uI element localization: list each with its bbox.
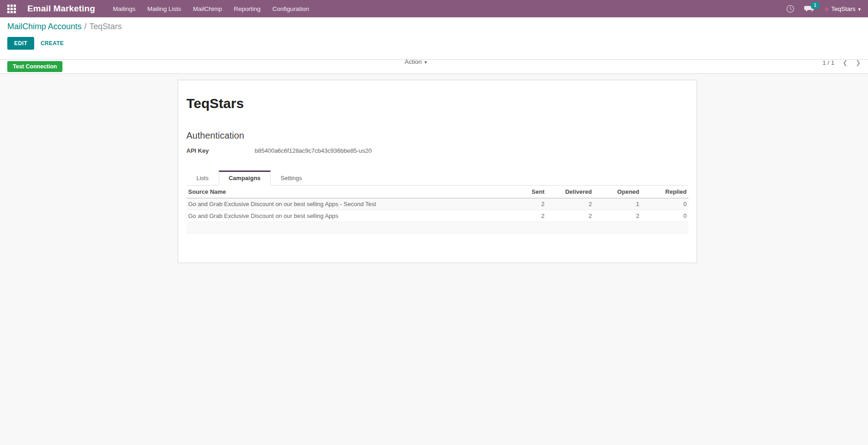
top-navbar: Email Marketing Mailings Mailing Lists M… [0,0,868,17]
cell-opened: 2 [594,210,641,222]
company-logo-icon [824,5,828,12]
campaigns-table: Source Name Sent Delivered Opened Replie… [186,186,688,233]
user-name: TeqStars [831,5,855,12]
pager-value: 1 / 1 [822,59,834,66]
cell-source: Go and Grab Exclusive Discount on our be… [186,210,499,222]
header-sent[interactable]: Sent [499,186,546,198]
header-opened[interactable]: Opened [594,186,641,198]
cell-delivered: 2 [546,210,594,222]
navbar-right: 1 TeqStars [786,5,861,13]
api-key-value: b85400a6c6f128ac9c7cb43c936bbe85-us20 [255,147,372,154]
api-key-field-row: API Key b85400a6c6f128ac9c7cb43c936bbe85… [186,147,688,154]
breadcrumb-mailchimp-accounts[interactable]: MailChimp Accounts [7,22,82,31]
apps-menu-icon[interactable] [4,1,19,16]
menu-item-mailchimp[interactable]: MailChimp [187,0,228,17]
breadcrumb: MailChimp Accounts/TeqStars [7,22,861,31]
content-area: TeqStars Authentication API Key b85400a6… [0,74,868,445]
notebook-tabs: Lists Campaigns Settings [186,171,688,186]
pager: 1 / 1 [822,59,861,66]
cell-opened: 1 [594,198,641,210]
control-panel-buttons: EDIT CREATE [7,37,861,50]
header-source-name[interactable]: Source Name [186,186,499,198]
form-sheet: TeqStars Authentication API Key b85400a6… [178,80,697,263]
cell-sent: 2 [499,198,546,210]
table-header-row: Source Name Sent Delivered Opened Replie… [186,186,688,198]
table-empty-row [186,222,688,233]
menu-item-mailing-lists[interactable]: Mailing Lists [141,0,187,17]
activities-clock-icon[interactable] [786,5,794,13]
menu-item-mailings[interactable]: Mailings [107,0,142,17]
tab-campaigns[interactable]: Campaigns [219,171,271,186]
header-delivered[interactable]: Delivered [546,186,594,198]
header-replied[interactable]: Replied [641,186,688,198]
table-row[interactable]: Go and Grab Exclusive Discount on our be… [186,210,688,222]
create-button[interactable]: CREATE [41,40,64,47]
message-count-badge: 1 [811,2,820,9]
tab-lists[interactable]: Lists [186,171,219,186]
chevron-down-icon [858,5,861,12]
action-dropdown-label: Action [405,58,422,65]
action-dropdown[interactable]: Action [405,58,427,65]
breadcrumb-current: TeqStars [89,22,122,31]
api-key-label: API Key [186,147,255,154]
cell-delivered: 2 [546,198,594,210]
cell-sent: 2 [499,210,546,222]
tab-settings[interactable]: Settings [271,171,312,186]
cell-replied: 0 [641,210,688,222]
messages-icon[interactable]: 1 [804,5,814,13]
cell-replied: 0 [641,198,688,210]
test-connection-button[interactable]: Test Connection [7,61,62,72]
pager-next-icon[interactable] [856,59,861,66]
menu-item-configuration[interactable]: Configuration [267,0,315,17]
breadcrumb-separator: / [84,22,87,31]
main-menu: Mailings Mailing Lists MailChimp Reporti… [107,0,315,17]
section-title-authentication: Authentication [186,130,688,141]
cell-source: Go and Grab Exclusive Discount on our be… [186,198,499,210]
app-title[interactable]: Email Marketing [27,4,95,14]
grid-icon [7,5,16,13]
pager-previous-icon[interactable] [842,59,847,66]
record-title: TeqStars [186,96,688,111]
menu-item-reporting[interactable]: Reporting [228,0,267,17]
chevron-down-icon [425,58,427,65]
edit-button[interactable]: EDIT [7,37,34,50]
table-row[interactable]: Go and Grab Exclusive Discount on our be… [186,198,688,210]
control-panel: MailChimp Accounts/TeqStars EDIT CREATE … [0,17,868,59]
user-menu[interactable]: TeqStars [824,5,861,12]
form-statusbar: Test Connection [0,59,868,74]
